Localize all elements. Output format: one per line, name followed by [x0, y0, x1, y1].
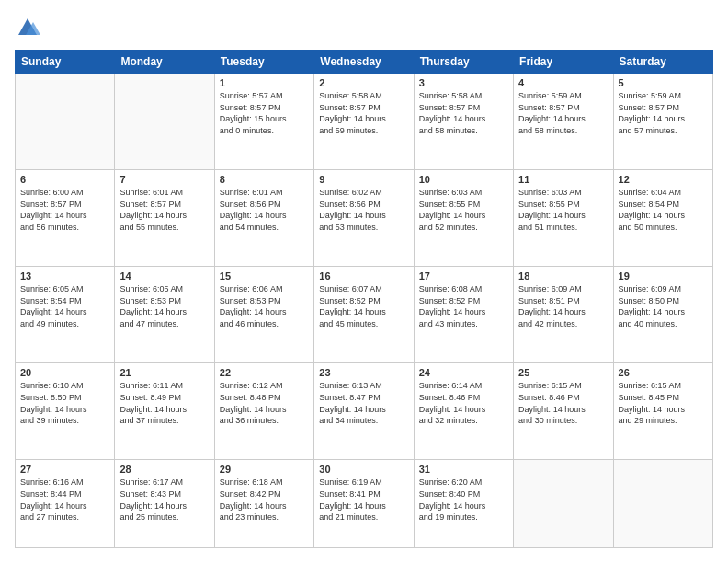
day-number: 20 [20, 367, 109, 378]
calendar-cell [115, 74, 214, 170]
day-content: Sunrise: 6:02 AM Sunset: 8:56 PM Dayligh… [319, 187, 408, 233]
day-content: Sunrise: 6:18 AM Sunset: 8:42 PM Dayligh… [220, 477, 309, 523]
calendar-header-sunday: Sunday [16, 51, 115, 74]
day-number: 3 [419, 77, 508, 88]
day-number: 10 [419, 174, 508, 185]
calendar-cell: 12Sunrise: 6:04 AM Sunset: 8:54 PM Dayli… [613, 170, 712, 267]
day-number: 19 [619, 270, 708, 282]
calendar-cell: 5Sunrise: 5:59 AM Sunset: 8:57 PM Daylig… [613, 74, 712, 170]
day-content: Sunrise: 5:58 AM Sunset: 8:57 PM Dayligh… [419, 90, 508, 136]
calendar-cell: 2Sunrise: 5:58 AM Sunset: 8:57 PM Daylig… [314, 74, 414, 170]
day-content: Sunrise: 6:01 AM Sunset: 8:56 PM Dayligh… [220, 187, 309, 233]
day-number: 6 [20, 174, 109, 185]
day-content: Sunrise: 6:17 AM Sunset: 8:43 PM Dayligh… [119, 477, 209, 523]
calendar-cell: 30Sunrise: 6:19 AM Sunset: 8:41 PM Dayli… [314, 460, 414, 548]
day-number: 11 [518, 174, 608, 185]
calendar-cell: 31Sunrise: 6:20 AM Sunset: 8:40 PM Dayli… [414, 460, 513, 548]
calendar-cell: 15Sunrise: 6:06 AM Sunset: 8:53 PM Dayli… [214, 267, 313, 363]
day-number: 13 [20, 270, 109, 282]
calendar-cell [16, 74, 115, 170]
day-content: Sunrise: 6:01 AM Sunset: 8:57 PM Dayligh… [119, 187, 209, 233]
day-number: 2 [319, 77, 408, 88]
day-content: Sunrise: 6:15 AM Sunset: 8:46 PM Dayligh… [518, 380, 608, 426]
day-number: 18 [518, 270, 608, 282]
day-number: 14 [119, 270, 209, 282]
logo [15, 15, 44, 40]
day-number: 21 [119, 367, 209, 378]
day-number: 31 [419, 464, 508, 475]
calendar-cell: 24Sunrise: 6:14 AM Sunset: 8:46 PM Dayli… [414, 363, 513, 460]
calendar-cell: 14Sunrise: 6:05 AM Sunset: 8:53 PM Dayli… [115, 267, 214, 363]
calendar-header-thursday: Thursday [414, 51, 513, 74]
day-content: Sunrise: 6:00 AM Sunset: 8:57 PM Dayligh… [20, 187, 109, 233]
calendar-cell: 10Sunrise: 6:03 AM Sunset: 8:55 PM Dayli… [414, 170, 513, 267]
day-content: Sunrise: 6:08 AM Sunset: 8:52 PM Dayligh… [419, 283, 508, 329]
calendar-table: SundayMondayTuesdayWednesdayThursdayFrid… [15, 50, 713, 548]
page: SundayMondayTuesdayWednesdayThursdayFrid… [0, 0, 728, 563]
calendar-cell: 8Sunrise: 6:01 AM Sunset: 8:56 PM Daylig… [214, 170, 313, 267]
day-content: Sunrise: 6:07 AM Sunset: 8:52 PM Dayligh… [319, 283, 408, 329]
calendar-week-1: 1Sunrise: 5:57 AM Sunset: 8:57 PM Daylig… [16, 74, 713, 170]
calendar-week-3: 13Sunrise: 6:05 AM Sunset: 8:54 PM Dayli… [16, 267, 713, 363]
calendar-cell: 20Sunrise: 6:10 AM Sunset: 8:50 PM Dayli… [16, 363, 115, 460]
calendar-cell: 11Sunrise: 6:03 AM Sunset: 8:55 PM Dayli… [514, 170, 613, 267]
day-number: 5 [619, 77, 708, 88]
day-content: Sunrise: 6:20 AM Sunset: 8:40 PM Dayligh… [419, 477, 508, 523]
day-number: 12 [619, 174, 708, 185]
day-number: 26 [619, 367, 708, 378]
calendar-cell: 28Sunrise: 6:17 AM Sunset: 8:43 PM Dayli… [115, 460, 214, 548]
day-content: Sunrise: 6:16 AM Sunset: 8:44 PM Dayligh… [20, 477, 109, 523]
calendar-cell: 17Sunrise: 6:08 AM Sunset: 8:52 PM Dayli… [414, 267, 513, 363]
header [15, 15, 713, 40]
day-number: 17 [419, 270, 508, 282]
day-content: Sunrise: 6:12 AM Sunset: 8:48 PM Dayligh… [220, 380, 309, 426]
calendar-cell: 7Sunrise: 6:01 AM Sunset: 8:57 PM Daylig… [115, 170, 214, 267]
calendar-cell: 18Sunrise: 6:09 AM Sunset: 8:51 PM Dayli… [514, 267, 613, 363]
day-content: Sunrise: 6:13 AM Sunset: 8:47 PM Dayligh… [319, 380, 408, 426]
logo-icon [15, 15, 40, 40]
calendar-week-5: 27Sunrise: 6:16 AM Sunset: 8:44 PM Dayli… [16, 460, 713, 548]
day-content: Sunrise: 6:09 AM Sunset: 8:50 PM Dayligh… [619, 283, 708, 329]
calendar-header-monday: Monday [115, 51, 214, 74]
calendar-cell: 1Sunrise: 5:57 AM Sunset: 8:57 PM Daylig… [214, 74, 313, 170]
calendar-cell: 13Sunrise: 6:05 AM Sunset: 8:54 PM Dayli… [16, 267, 115, 363]
calendar-week-4: 20Sunrise: 6:10 AM Sunset: 8:50 PM Dayli… [16, 363, 713, 460]
calendar-cell: 25Sunrise: 6:15 AM Sunset: 8:46 PM Dayli… [514, 363, 613, 460]
calendar-header-tuesday: Tuesday [214, 51, 313, 74]
day-number: 8 [220, 174, 309, 185]
calendar-cell: 3Sunrise: 5:58 AM Sunset: 8:57 PM Daylig… [414, 74, 513, 170]
calendar-cell: 4Sunrise: 5:59 AM Sunset: 8:57 PM Daylig… [514, 74, 613, 170]
day-number: 9 [319, 174, 408, 185]
day-content: Sunrise: 6:10 AM Sunset: 8:50 PM Dayligh… [20, 380, 109, 426]
day-content: Sunrise: 6:14 AM Sunset: 8:46 PM Dayligh… [419, 380, 508, 426]
day-content: Sunrise: 6:05 AM Sunset: 8:54 PM Dayligh… [20, 283, 109, 329]
calendar-cell: 6Sunrise: 6:00 AM Sunset: 8:57 PM Daylig… [16, 170, 115, 267]
day-number: 4 [518, 77, 608, 88]
day-content: Sunrise: 6:15 AM Sunset: 8:45 PM Dayligh… [619, 380, 708, 426]
day-number: 15 [220, 270, 309, 282]
day-number: 23 [319, 367, 408, 378]
day-number: 1 [220, 77, 309, 88]
day-content: Sunrise: 6:09 AM Sunset: 8:51 PM Dayligh… [518, 283, 608, 329]
calendar-cell: 23Sunrise: 6:13 AM Sunset: 8:47 PM Dayli… [314, 363, 414, 460]
calendar-cell: 16Sunrise: 6:07 AM Sunset: 8:52 PM Dayli… [314, 267, 414, 363]
day-number: 16 [319, 270, 408, 282]
day-number: 29 [220, 464, 309, 475]
day-content: Sunrise: 6:06 AM Sunset: 8:53 PM Dayligh… [220, 283, 309, 329]
day-content: Sunrise: 6:19 AM Sunset: 8:41 PM Dayligh… [319, 477, 408, 523]
day-content: Sunrise: 5:59 AM Sunset: 8:57 PM Dayligh… [518, 90, 608, 136]
calendar-cell: 29Sunrise: 6:18 AM Sunset: 8:42 PM Dayli… [214, 460, 313, 548]
calendar-cell [613, 460, 712, 548]
calendar-header-friday: Friday [514, 51, 613, 74]
calendar-cell [514, 460, 613, 548]
day-number: 7 [119, 174, 209, 185]
day-content: Sunrise: 6:03 AM Sunset: 8:55 PM Dayligh… [419, 187, 508, 233]
calendar-header-saturday: Saturday [613, 51, 712, 74]
day-number: 25 [518, 367, 608, 378]
day-number: 27 [20, 464, 109, 475]
day-number: 22 [220, 367, 309, 378]
day-number: 28 [119, 464, 209, 475]
day-content: Sunrise: 5:58 AM Sunset: 8:57 PM Dayligh… [319, 90, 408, 136]
day-content: Sunrise: 5:57 AM Sunset: 8:57 PM Dayligh… [220, 90, 309, 136]
day-content: Sunrise: 6:03 AM Sunset: 8:55 PM Dayligh… [518, 187, 608, 233]
